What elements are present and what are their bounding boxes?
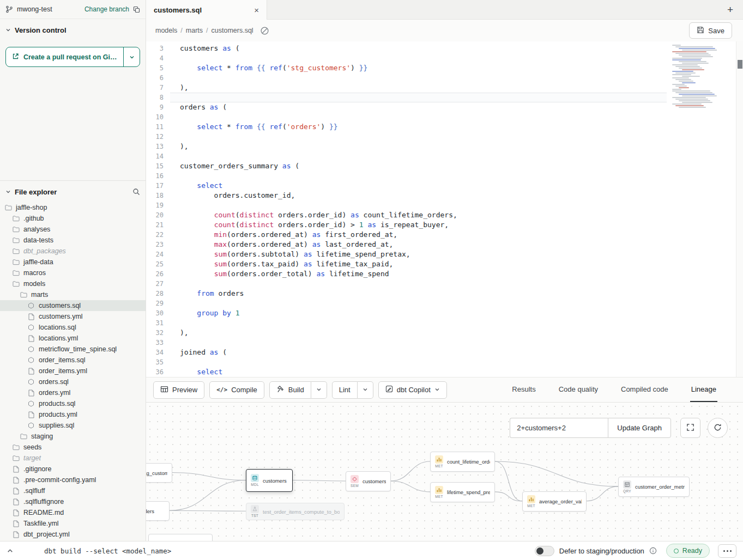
file-tree-item-locations.yml[interactable]: locations.yml [0,333,146,344]
compile-button[interactable]: </> Compile [209,381,264,399]
file-tree-item-order_items.yml[interactable]: order_items.yml [0,366,146,376]
search-icon[interactable] [132,188,140,196]
file-tree-item-data-tests[interactable]: data-tests [0,235,146,246]
file-tree-item-.sqlfluff[interactable]: .sqlfluff [0,485,146,496]
tab-lineage[interactable]: Lineage [690,378,717,402]
code-line-28[interactable]: 28 from orders [146,289,743,299]
scrollbar-thumb[interactable] [738,60,742,69]
save-button[interactable]: Save [689,22,732,39]
file-tree-item-seeds[interactable]: seeds [0,442,146,453]
tab-code-quality[interactable]: Code quality [558,378,599,402]
file-tree-item-products.yml[interactable]: products.yml [0,409,146,420]
code-line-27[interactable]: 27 [146,279,743,289]
code-line-17[interactable]: 17 select [146,181,743,191]
code-line-7[interactable]: 7), [146,83,743,93]
code-line-16[interactable]: 16 [146,171,743,181]
code-line-15[interactable]: 15customer_orders_summary as ( [146,161,743,171]
file-tree-item-orders.yml[interactable]: orders.yml [0,387,146,398]
code-line-8[interactable]: 8 [146,93,743,102]
lineage-node-test_order_items[interactable]: TSTtest_order_items_compute_to_bools... [246,503,345,520]
file-tree-item-Taskfile.yml[interactable]: Taskfile.yml [0,518,146,529]
code-line-23[interactable]: 23 max(orders.ordered_at) as last_ordere… [146,240,743,249]
lineage-node-customers_model[interactable]: MDLcustomers [246,469,293,492]
file-tree-item-.github[interactable]: .github [0,213,146,224]
defer-toggle[interactable] [535,546,554,556]
code-line-10[interactable]: 10 [146,112,743,122]
file-tree-item-customers.sql[interactable]: customers.sql [0,300,146,311]
tab-compiled-code[interactable]: Compiled code [620,378,669,402]
file-tree-item-dbt_packages[interactable]: dbt_packages [0,246,146,257]
build-button[interactable]: Build [269,381,311,399]
info-icon[interactable] [649,547,657,555]
code-line-3[interactable]: 3customers as ( [146,44,743,53]
file-tree-item-orders.sql[interactable]: orders.sql [0,376,146,387]
lint-button[interactable]: Lint [332,381,358,399]
code-line-29[interactable]: 29 [146,299,743,308]
build-dropdown-button[interactable] [311,381,327,399]
code-line-5[interactable]: 5 select * from {{ ref('stg_customers') … [146,63,743,73]
code-line-6[interactable]: 6 [146,73,743,83]
file-tree-item-models[interactable]: models [0,278,146,289]
dbt-copilot-button[interactable]: dbt Copilot [378,381,447,399]
file-tree-item-products.sql[interactable]: products.sql [0,398,146,409]
version-control-header[interactable]: Version control [0,19,146,39]
code-line-20[interactable]: 20 count(distinct orders.order_id) as co… [146,210,743,220]
file-tree-item-metricflow_time_spine.sql[interactable]: metricflow_time_spine.sql [0,344,146,355]
minimap[interactable] [671,42,717,108]
new-tab-button[interactable]: + [723,0,738,19]
file-tree-item-jaffle-shop[interactable]: jaffle-shop [0,202,146,213]
editor-scrollbar[interactable] [736,41,743,377]
lineage-selector-input[interactable] [510,418,608,438]
lineage-node-count_lifetime_orders[interactable]: METcount_lifetime_orders [430,452,495,472]
lineage-node-lifetime_spend_pretax[interactable]: METlifetime_spend_pretax [430,482,495,502]
file-tree-item-marts[interactable]: marts [0,289,146,300]
file-tree-item-.gitignore[interactable]: .gitignore [0,464,146,474]
code-line-21[interactable]: 21 count(distinct orders.order_id) > 1 a… [146,220,743,230]
code-line-4[interactable]: 4 [146,53,743,63]
file-tree-item-dbt_project.yml[interactable]: dbt_project.yml [0,529,146,540]
create-pr-button[interactable]: Create a pull request on Git... [6,47,123,66]
code-line-19[interactable]: 19 [146,200,743,210]
copy-icon[interactable] [133,6,140,13]
code-line-24[interactable]: 24 sum(orders.subtotal) as lifetime_spen… [146,249,743,259]
file-tree-item-.sqlfluffignore[interactable]: .sqlfluffignore [0,496,146,507]
preview-button[interactable]: Preview [153,381,204,399]
tab-results[interactable]: Results [511,378,536,402]
create-pr-dropdown-button[interactable] [123,47,140,66]
code-line-35[interactable]: 35 [146,357,743,367]
code-line-25[interactable]: 25 sum(orders.tax_paid) as lifetime_tax_… [146,259,743,269]
file-explorer-header[interactable]: File explorer [0,181,146,201]
breadcrumb-models[interactable]: models [155,27,177,34]
code-line-22[interactable]: 22 min(orders.ordered_at) as first_order… [146,230,743,240]
fullscreen-button[interactable] [680,418,700,438]
lineage-node-average_order_value[interactable]: METaverage_order_value [522,491,587,512]
file-tree-item-customers.yml[interactable]: customers.yml [0,311,146,322]
tab-customers-sql[interactable]: customers.sql × [146,0,267,20]
change-branch-link[interactable]: Change branch [84,5,129,13]
file-tree-item-analyses[interactable]: analyses [0,224,146,235]
file-tree-item-README.md[interactable]: README.md [0,507,146,518]
code-line-11[interactable]: 11 select * from {{ ref('orders') }} [146,122,743,132]
more-menu-button[interactable] [718,544,736,558]
code-line-30[interactable]: 30 group by 1 [146,308,743,318]
file-tree-item-staging[interactable]: staging [0,431,146,442]
file-tree-item-target[interactable]: target [0,453,146,464]
expand-panel-chevron-up-icon[interactable] [7,547,14,555]
code-line-18[interactable]: 18 orders.customer_id, [146,191,743,200]
refresh-button[interactable] [708,418,728,438]
code-line-14[interactable]: 14 [146,151,743,161]
code-editor[interactable]: 3customers as (45 select * from {{ ref('… [146,41,743,377]
lineage-node-customers_semantic[interactable]: SEMcustomers [346,471,391,491]
code-line-32[interactable]: 32), [146,328,743,338]
update-graph-button[interactable]: Update Graph [608,418,671,438]
lineage-node-stg_customers[interactable]: MDLstg_customers [146,463,172,483]
code-line-12[interactable]: 12 [146,132,743,142]
lineage-node-customer_order_metrics[interactable]: QRYcustomer_order_metrics [618,477,690,497]
breadcrumb-marts[interactable]: marts [177,27,203,34]
file-tree-item-locations.sql[interactable]: locations.sql [0,322,146,333]
file-tree-item-macros[interactable]: macros [0,267,146,278]
lint-dropdown-button[interactable] [358,381,373,399]
file-tree-item-order_items.sql[interactable]: order_items.sql [0,355,146,366]
file-tree-item-.pre-commit-config.yaml[interactable]: .pre-commit-config.yaml [0,474,146,485]
code-line-36[interactable]: 36 select [146,367,743,377]
